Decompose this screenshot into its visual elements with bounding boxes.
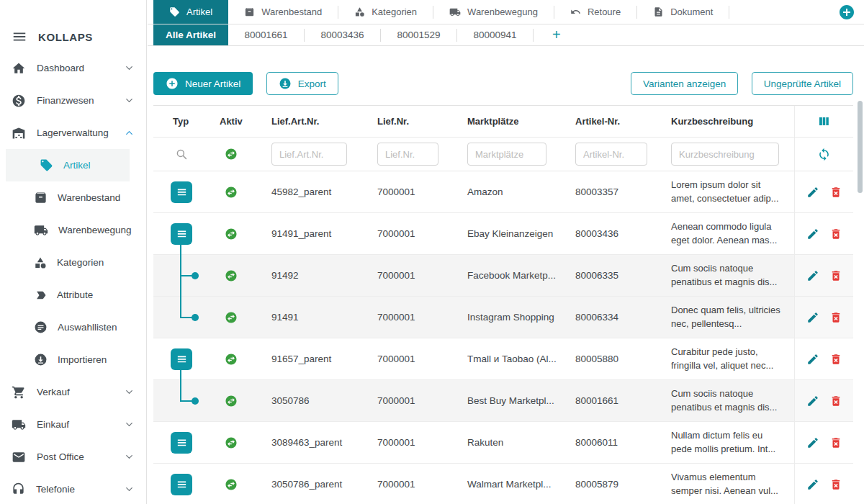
- cell-lief-nr: 7000001: [363, 270, 453, 281]
- sidebar-item-telefonie[interactable]: Telefonie: [0, 473, 146, 504]
- cell-kurzbeschreibung: Cum sociis natoque penatibus et magnis d…: [657, 387, 794, 415]
- chevron-up-icon: [124, 127, 135, 138]
- sidebar-item-lagerverwaltung[interactable]: Lagerverwaltung: [0, 117, 146, 149]
- table-row[interactable]: 91657_parent 7000001 Tmall и Taobao (Al.…: [153, 338, 853, 380]
- table-row[interactable]: 3089463_parent 7000001 Rakuten 80006011 …: [153, 422, 853, 464]
- table-row[interactable]: 3050786_parent 7000001 Walmart Marketpl.…: [153, 464, 853, 504]
- table-row[interactable]: 91492 7000001 Facebook Marketp... 800063…: [153, 255, 853, 297]
- subtab-alle-artikel[interactable]: Alle Artikel: [153, 24, 228, 45]
- sidebar-item-einkauf[interactable]: Einkauf: [0, 408, 146, 441]
- table-row[interactable]: 91491 7000001 Instagram Shopping 8000633…: [153, 297, 853, 338]
- edit-icon[interactable]: [806, 269, 819, 282]
- filter-lief-nr-input[interactable]: [377, 143, 438, 166]
- new-article-button[interactable]: Neuer Artikel: [153, 72, 253, 95]
- sidebar-item-auswahllisten[interactable]: Auswahllisten: [0, 311, 146, 343]
- col-header-typ[interactable]: Typ: [153, 116, 205, 127]
- edit-icon[interactable]: [806, 353, 819, 366]
- sidebar-item-warenbewegung[interactable]: Warenbewegung: [0, 214, 146, 246]
- home-icon: [12, 61, 26, 76]
- tab-dokument[interactable]: Dokument: [637, 0, 729, 24]
- sidebar-item-importieren[interactable]: Importieren: [0, 343, 146, 376]
- tab-warenbestand[interactable]: Warenbestand: [228, 0, 338, 24]
- delete-icon[interactable]: [829, 228, 842, 240]
- button-label: Export: [298, 78, 326, 89]
- edit-icon[interactable]: [806, 228, 819, 240]
- sidebar-item-finanzwesen[interactable]: Finanzwesen: [0, 84, 146, 117]
- article-type-button[interactable]: [171, 181, 192, 203]
- list-icon: [176, 479, 188, 491]
- app-logo: KOLLAPS: [38, 31, 93, 43]
- filter-row: [153, 138, 853, 171]
- edit-icon[interactable]: [806, 311, 819, 324]
- sidebar-item-post-office[interactable]: Post Office: [0, 441, 146, 473]
- add-tab-button[interactable]: [838, 4, 855, 21]
- sidebar-item-kategorien[interactable]: Kategorien: [0, 246, 146, 279]
- sidebar-item-dashboard[interactable]: Dashboard: [0, 52, 146, 84]
- article-subtab-bar: Alle Artikel 80001661 80003436 80001529 …: [148, 24, 864, 46]
- refresh-icon[interactable]: [817, 148, 831, 161]
- edit-icon[interactable]: [806, 436, 819, 449]
- tab-warenbewegung[interactable]: Warenbewegung: [433, 0, 554, 24]
- col-header-aktiv[interactable]: Aktiv: [205, 116, 257, 127]
- sidebar-item-label: Artikel: [63, 160, 91, 171]
- tab-retoure[interactable]: Retoure: [554, 0, 636, 24]
- filter-kurzbeschreibung-input[interactable]: [671, 143, 779, 166]
- article-type-button[interactable]: [171, 432, 192, 454]
- delete-icon[interactable]: [829, 186, 842, 199]
- column-settings-icon[interactable]: [817, 114, 831, 128]
- col-header-marktplaetze[interactable]: Marktplätze: [453, 116, 561, 127]
- tab-artikel[interactable]: Artikel: [153, 0, 228, 24]
- sidebar-item-warenbestand[interactable]: Warenbestand: [0, 181, 146, 214]
- active-filter-toggle-icon[interactable]: [225, 148, 238, 161]
- filter-lief-art-nr-input[interactable]: [271, 143, 347, 166]
- sidebar-item-attribute[interactable]: Attribute: [0, 279, 146, 311]
- tag-icon: [40, 158, 53, 172]
- cell-artikel-nr: 80006334: [561, 312, 657, 323]
- tab-kategorien[interactable]: Kategorien: [338, 0, 433, 24]
- export-button[interactable]: Export: [266, 72, 338, 95]
- subtab-article[interactable]: 80001529: [381, 24, 456, 45]
- sidebar-item-artikel[interactable]: Artikel: [6, 149, 130, 181]
- col-header-lief-art-nr[interactable]: Lief.Art.Nr.: [257, 116, 363, 127]
- category-icon: [354, 6, 365, 17]
- sidebar-item-verkauf[interactable]: Verkauf: [0, 376, 146, 408]
- document-icon: [653, 6, 664, 17]
- col-header-lief-nr[interactable]: Lief.Nr.: [363, 116, 453, 127]
- delete-icon[interactable]: [829, 269, 842, 282]
- table-row[interactable]: 3050786 7000001 Best Buy Marketpl... 800…: [153, 380, 853, 422]
- edit-icon[interactable]: [806, 478, 819, 491]
- edit-icon[interactable]: [806, 395, 819, 408]
- edit-icon[interactable]: [806, 186, 819, 199]
- delete-icon[interactable]: [829, 353, 842, 366]
- col-header-artikel-nr[interactable]: Artikel-Nr.: [561, 116, 657, 127]
- subtab-article[interactable]: 80003436: [305, 24, 380, 45]
- delete-icon[interactable]: [829, 395, 842, 408]
- cell-marktplatz: Best Buy Marketpl...: [453, 395, 561, 406]
- delete-icon[interactable]: [829, 311, 842, 324]
- filter-marktplaetze-input[interactable]: [467, 143, 546, 166]
- cell-lief-art-nr: 45982_parent: [257, 186, 363, 197]
- truck-icon: [34, 223, 48, 238]
- chevron-down-icon: [124, 387, 135, 397]
- article-type-button[interactable]: [171, 348, 192, 370]
- table-row[interactable]: 45982_parent 7000001 Amazon 80003357 Lor…: [153, 171, 853, 213]
- unchecked-articles-button[interactable]: Ungeprüfte Artikel: [752, 72, 853, 95]
- delete-icon[interactable]: [829, 478, 842, 491]
- hierarchy-connector: [180, 370, 181, 380]
- chevron-down-icon: [124, 484, 135, 495]
- delete-icon[interactable]: [829, 436, 842, 449]
- show-variants-button[interactable]: Varianten anzeigen: [631, 72, 738, 95]
- table-row[interactable]: 91491_parent 7000001 Ebay Kleinanzeigen …: [153, 213, 853, 255]
- vertical-scrollbar[interactable]: [858, 101, 863, 193]
- search-icon[interactable]: [175, 148, 188, 161]
- article-type-button[interactable]: [171, 474, 192, 495]
- filter-artikel-nr-input[interactable]: [575, 143, 647, 166]
- tab-label: Warenbestand: [261, 6, 322, 17]
- article-type-button[interactable]: [171, 223, 192, 245]
- add-article-tab-button[interactable]: +: [552, 24, 561, 45]
- subtab-article[interactable]: 80001661: [228, 24, 304, 45]
- hamburger-menu-icon[interactable]: [12, 29, 27, 45]
- subtab-article[interactable]: 80000941: [457, 24, 533, 45]
- sidebar: KOLLAPS Dashboard Finanzwesen Lagerverwa…: [0, 0, 147, 504]
- col-header-kurzbeschreibung[interactable]: Kurzbeschreibung: [657, 116, 794, 127]
